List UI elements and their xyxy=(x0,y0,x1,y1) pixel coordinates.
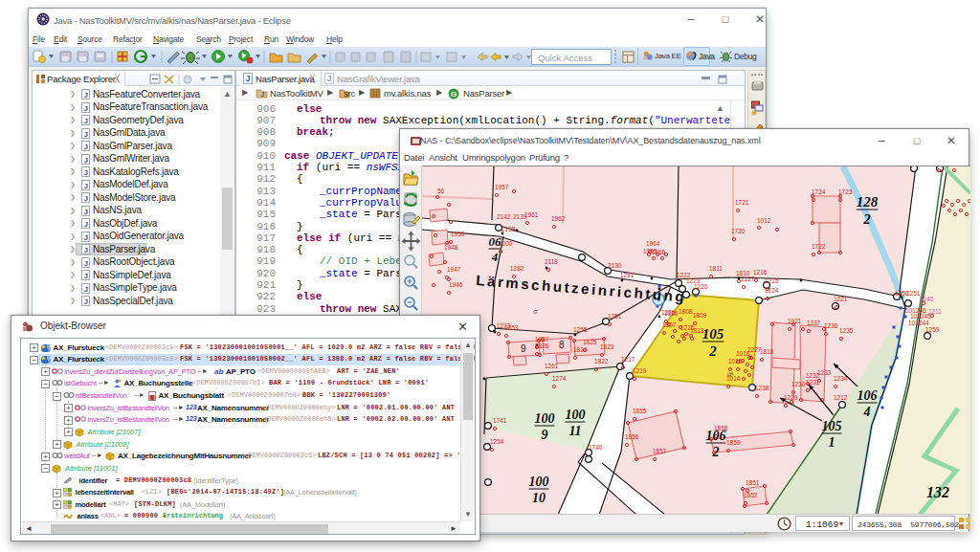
svg-text:1216: 1216 xyxy=(753,269,768,276)
svg-text:1012: 1012 xyxy=(757,217,771,224)
svg-text:1231: 1231 xyxy=(806,379,820,386)
svg-text:100: 100 xyxy=(566,408,586,422)
svg-text:1253: 1253 xyxy=(504,324,519,331)
svg-text:1721: 1721 xyxy=(735,199,749,206)
svg-text:J: J xyxy=(326,74,331,83)
svg-text:1823: 1823 xyxy=(600,343,614,350)
svg-text:2140: 2140 xyxy=(920,296,934,302)
svg-text:1723: 1723 xyxy=(838,188,853,195)
svg-text:1230: 1230 xyxy=(791,381,806,387)
svg-text:4: 4 xyxy=(863,405,871,419)
svg-text:G: G xyxy=(451,90,457,99)
svg-text:1852: 1852 xyxy=(744,492,758,498)
svg-text:1212: 1212 xyxy=(834,394,848,401)
svg-text:106: 106 xyxy=(858,388,878,403)
svg-text:1962: 1962 xyxy=(551,215,566,222)
svg-text:1274: 1274 xyxy=(552,375,567,382)
svg-text:J: J xyxy=(83,258,87,267)
svg-text:1809: 1809 xyxy=(693,312,707,319)
svg-text:1808: 1808 xyxy=(679,308,693,315)
svg-text:132: 132 xyxy=(926,484,949,500)
svg-text:1: 1 xyxy=(829,435,835,450)
svg-text:J: J xyxy=(83,117,87,125)
svg-text:1251: 1251 xyxy=(906,290,921,297)
svg-text:1016: 1016 xyxy=(736,350,750,357)
svg-text:1824: 1824 xyxy=(573,346,588,353)
svg-text:1722: 1722 xyxy=(812,243,826,250)
svg-text:56: 56 xyxy=(437,188,445,194)
svg-text:1219: 1219 xyxy=(633,367,647,374)
svg-text:J: J xyxy=(245,74,250,83)
svg-text:J: J xyxy=(83,220,87,229)
svg-text:2138: 2138 xyxy=(501,226,516,232)
svg-text:1964: 1964 xyxy=(646,240,660,247)
svg-text:J: J xyxy=(83,143,87,151)
svg-text:2130: 2130 xyxy=(608,262,622,269)
svg-text:1822: 1822 xyxy=(594,358,609,364)
svg-text:1811: 1811 xyxy=(709,265,723,272)
svg-text:2142: 2142 xyxy=(497,213,511,220)
svg-text:1825: 1825 xyxy=(583,339,597,345)
svg-text:1859: 1859 xyxy=(726,439,741,446)
svg-text:1220: 1220 xyxy=(694,283,708,290)
svg-text:2: 2 xyxy=(712,445,720,459)
svg-text:1259: 1259 xyxy=(925,326,940,333)
svg-text:1238: 1238 xyxy=(755,385,769,391)
svg-text:1224: 1224 xyxy=(765,287,779,294)
svg-text:11: 11 xyxy=(568,424,581,438)
svg-text:1966: 1966 xyxy=(652,249,666,255)
svg-text:1961: 1961 xyxy=(524,211,539,218)
svg-text:1946: 1946 xyxy=(449,281,463,288)
svg-text:4: 4 xyxy=(491,250,499,264)
svg-text:1251: 1251 xyxy=(608,313,622,320)
svg-text:1211: 1211 xyxy=(928,308,942,315)
svg-text:J: J xyxy=(83,194,87,203)
svg-text:1236: 1236 xyxy=(824,322,838,329)
svg-text:1807: 1807 xyxy=(662,321,677,328)
svg-text:J: J xyxy=(83,298,87,306)
svg-text:1282: 1282 xyxy=(510,265,524,272)
svg-text:1855: 1855 xyxy=(633,408,647,414)
svg-text:J: J xyxy=(83,272,87,280)
svg-text:1948: 1948 xyxy=(444,244,458,251)
svg-text:1741: 1741 xyxy=(493,417,507,424)
svg-text:101244: 101244 xyxy=(908,320,929,326)
svg-text:1720: 1720 xyxy=(731,228,746,234)
svg-text:100: 100 xyxy=(529,475,549,489)
svg-text:J: J xyxy=(260,91,264,98)
svg-text:1957: 1957 xyxy=(495,184,509,190)
svg-text:1856: 1856 xyxy=(625,433,639,440)
svg-text:1281: 1281 xyxy=(620,272,635,278)
svg-text:J: J xyxy=(83,168,87,177)
svg-text:2127: 2127 xyxy=(741,276,755,282)
svg-text:J: J xyxy=(83,284,87,293)
svg-text:10: 10 xyxy=(532,491,546,505)
svg-text:1217: 1217 xyxy=(621,356,635,363)
svg-text:1215: 1215 xyxy=(765,277,779,284)
svg-text:J: J xyxy=(83,207,87,215)
svg-text:1261: 1261 xyxy=(545,363,559,369)
svg-text:1222: 1222 xyxy=(677,272,691,278)
svg-text:1826: 1826 xyxy=(535,342,549,349)
svg-text:1818: 1818 xyxy=(760,348,774,355)
svg-text:2118: 2118 xyxy=(545,258,558,265)
svg-text:1237: 1237 xyxy=(807,320,821,326)
svg-text:1255: 1255 xyxy=(573,326,588,333)
svg-text:105: 105 xyxy=(822,419,842,433)
svg-text:1724: 1724 xyxy=(812,188,826,195)
svg-text:1950: 1950 xyxy=(451,231,465,237)
svg-text:1221: 1221 xyxy=(834,296,848,302)
svg-text:2: 2 xyxy=(862,211,871,227)
svg-text:1235: 1235 xyxy=(839,327,854,334)
svg-text:100: 100 xyxy=(535,411,555,426)
svg-text:2: 2 xyxy=(708,343,717,359)
svg-text:1234: 1234 xyxy=(834,375,848,382)
svg-text:1921: 1921 xyxy=(788,318,802,324)
svg-text:J: J xyxy=(83,129,87,138)
svg-text:1851: 1851 xyxy=(746,479,760,486)
svg-text:106: 106 xyxy=(706,429,726,443)
svg-text:J: J xyxy=(83,181,87,189)
svg-text:06: 06 xyxy=(489,234,502,249)
svg-text:1276: 1276 xyxy=(661,309,676,316)
svg-text:9: 9 xyxy=(542,428,548,442)
